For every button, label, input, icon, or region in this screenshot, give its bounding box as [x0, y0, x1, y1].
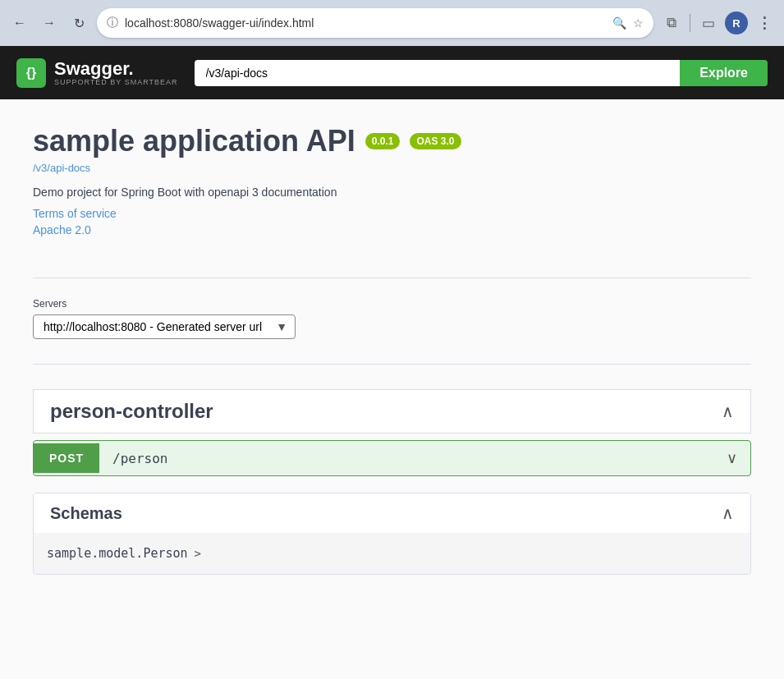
api-title-section: sample application API 0.0.1 OAS 3.0 /v3… — [33, 124, 751, 236]
address-bar: ⓘ 🔍 ☆ — [97, 8, 653, 38]
servers-select[interactable]: http://localhost:8080 - Generated server… — [33, 314, 296, 339]
swagger-icon: {} — [16, 58, 46, 88]
back-button[interactable]: ← — [8, 11, 31, 34]
api-docs-link[interactable]: /v3/api-docs — [33, 162, 751, 174]
api-title: sample application API — [33, 124, 355, 158]
endpoint-path: /person — [99, 443, 713, 475]
sidebar-button[interactable]: ▭ — [697, 11, 720, 34]
url-input[interactable] — [125, 16, 606, 30]
schema-expand-icon: > — [195, 547, 201, 560]
swagger-search: Explore — [195, 60, 768, 86]
schemas-body: sample.model.Person > — [34, 533, 750, 574]
schema-name: sample.model.Person — [47, 546, 188, 561]
browser-chrome: ← → ↻ ⓘ 🔍 ☆ ⧉ ▭ R ⋮ — [0, 0, 784, 46]
collapse-icon: ∧ — [722, 401, 734, 421]
divider — [690, 14, 690, 32]
swagger-name: Swagger. — [54, 60, 178, 78]
main-content: sample application API 0.0.1 OAS 3.0 /v3… — [0, 99, 784, 608]
api-description: Demo project for Spring Boot with openap… — [33, 186, 751, 199]
api-docs-input[interactable] — [195, 60, 681, 86]
schemas-header[interactable]: Schemas ∧ — [34, 493, 750, 533]
endpoint-chevron-icon: ∨ — [713, 441, 750, 475]
extensions-button[interactable]: ⧉ — [660, 11, 683, 34]
method-badge: POST — [34, 443, 99, 473]
servers-select-wrap: http://localhost:8080 - Generated server… — [33, 314, 296, 339]
controller-title: person-controller — [50, 400, 213, 423]
controller-section: person-controller ∧ POST /person ∨ — [33, 389, 751, 476]
version-badge: 0.0.1 — [365, 133, 401, 149]
explore-button[interactable]: Explore — [680, 60, 768, 86]
terms-link[interactable]: Terms of service — [33, 207, 751, 220]
schemas-collapse-icon: ∧ — [722, 503, 734, 523]
api-title-row: sample application API 0.0.1 OAS 3.0 — [33, 124, 751, 158]
schema-item[interactable]: sample.model.Person > — [47, 546, 737, 561]
endpoint-row[interactable]: POST /person ∨ — [33, 440, 751, 476]
schemas-title: Schemas — [50, 504, 122, 523]
search-icon: 🔍 — [612, 16, 626, 30]
browser-actions: ⧉ ▭ R ⋮ — [660, 11, 776, 34]
swagger-sub: SUPPORTED BY SMARTBEAR — [54, 78, 178, 86]
servers-label: Servers — [33, 298, 751, 310]
swagger-brand: Swagger. SUPPORTED BY SMARTBEAR — [54, 60, 178, 86]
info-block: sample application API 0.0.1 OAS 3.0 /v3… — [33, 124, 751, 278]
license-link[interactable]: Apache 2.0 — [33, 223, 751, 236]
menu-button[interactable]: ⋮ — [753, 11, 776, 34]
swagger-logo: {} Swagger. SUPPORTED BY SMARTBEAR — [16, 58, 178, 88]
info-icon: ⓘ — [107, 16, 118, 30]
forward-button[interactable]: → — [38, 11, 61, 34]
servers-section: Servers http://localhost:8080 - Generate… — [33, 298, 751, 365]
schemas-section: Schemas ∧ sample.model.Person > — [33, 493, 751, 575]
swagger-header: {} Swagger. SUPPORTED BY SMARTBEAR Explo… — [0, 46, 784, 99]
bookmark-icon[interactable]: ☆ — [633, 16, 644, 30]
profile-button[interactable]: R — [725, 11, 748, 34]
controller-header[interactable]: person-controller ∧ — [33, 389, 751, 434]
reload-button[interactable]: ↻ — [67, 11, 90, 34]
oas-badge: OAS 3.0 — [410, 133, 461, 149]
